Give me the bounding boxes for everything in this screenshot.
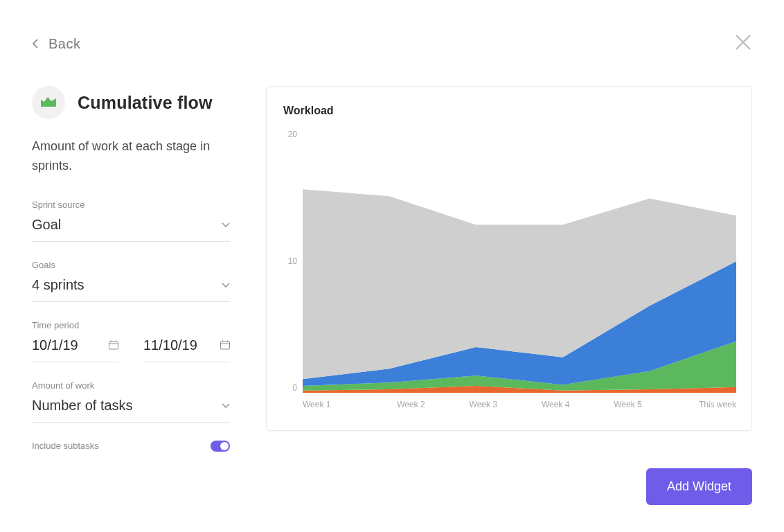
chart-title: Workload (283, 105, 736, 117)
calendar-icon (109, 337, 118, 353)
date-to-input[interactable]: 11/10/19 (143, 337, 230, 362)
time-period-label: Time period (32, 320, 230, 330)
sprint-source-label: Sprint source (32, 200, 230, 210)
sprint-source-value: Goal (32, 217, 61, 233)
goals-value: 4 sprints (32, 277, 84, 293)
chevron-down-icon (222, 218, 230, 231)
area-chart-icon (41, 96, 56, 109)
calendar-icon (220, 337, 230, 353)
time-period-field: Time period 10/1/19 11/10/19 (32, 320, 230, 362)
config-panel: Cumulative flow Amount of work at each s… (32, 86, 230, 452)
chart-x-axis-labels: Week 1Week 2Week 3Week 4Week 5This week (303, 400, 736, 409)
include-subtasks-label: Include subtasks (32, 441, 99, 451)
add-widget-button[interactable]: Add Widget (646, 468, 752, 505)
amount-label: Amount of work (32, 380, 230, 391)
goals-select[interactable]: 4 sprints (32, 277, 230, 293)
sprint-source-field: Sprint source Goal (32, 200, 230, 242)
page-description: Amount of work at each stage in sprints. (32, 137, 230, 176)
chevron-down-icon (222, 278, 230, 291)
sprint-source-select[interactable]: Goal (32, 217, 230, 233)
svg-rect-2 (109, 342, 118, 349)
chart-card: Workload 20100 Week 1Week 2Week 3Week 4W… (266, 86, 752, 431)
date-from-value: 10/1/19 (32, 337, 78, 353)
amount-value: Number of tasks (32, 398, 133, 414)
goals-field: Goals 4 sprints (32, 260, 230, 302)
include-subtasks-field: Include subtasks (32, 441, 230, 452)
chart-y-axis-labels: 20100 (282, 130, 303, 393)
close-button[interactable] (734, 33, 752, 54)
include-subtasks-toggle[interactable] (211, 441, 230, 452)
date-from-input[interactable]: 10/1/19 (32, 337, 118, 362)
amount-field: Amount of work Number of tasks (32, 380, 230, 423)
chart-plot (303, 130, 736, 393)
chevron-left-icon (32, 36, 39, 52)
back-label: Back (48, 36, 80, 52)
page-title: Cumulative flow (78, 93, 213, 113)
chevron-down-icon (222, 399, 230, 411)
svg-rect-6 (221, 342, 230, 349)
chart-type-icon-wrap (32, 86, 65, 119)
goals-label: Goals (32, 260, 230, 270)
amount-select[interactable]: Number of tasks (32, 398, 230, 414)
back-button[interactable]: Back (32, 36, 80, 52)
close-icon (734, 42, 752, 53)
date-to-value: 11/10/19 (143, 337, 197, 353)
